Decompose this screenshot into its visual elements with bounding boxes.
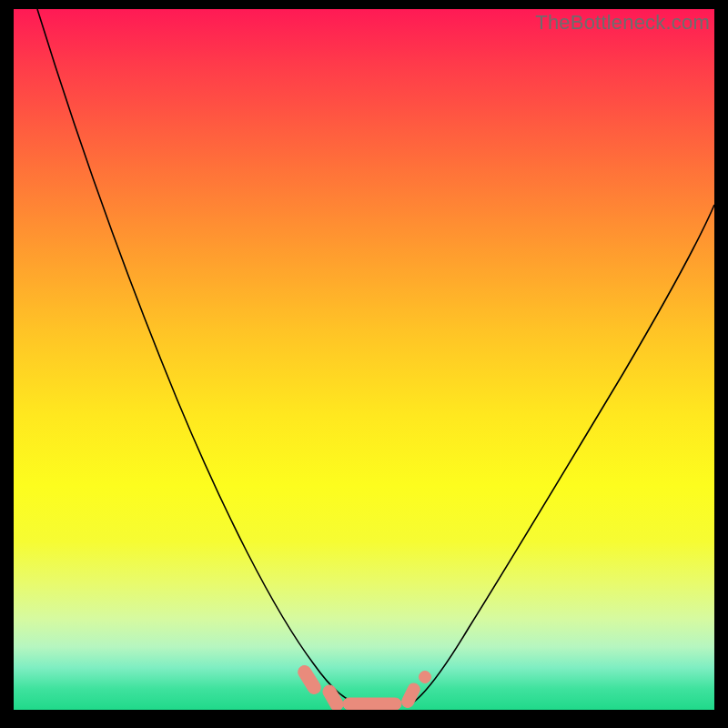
marker-dot bbox=[420, 672, 431, 683]
curve-layer bbox=[14, 9, 714, 710]
marker-blob bbox=[320, 683, 345, 710]
left-curve bbox=[37, 9, 359, 704]
watermark-text: TheBottleneck.com bbox=[535, 11, 710, 35]
chart-frame: TheBottleneck.com bbox=[0, 0, 728, 728]
right-curve bbox=[410, 205, 714, 704]
marker-blob bbox=[296, 663, 323, 696]
marker-blob bbox=[343, 698, 401, 710]
bottom-marker-group bbox=[296, 663, 430, 710]
plot-area bbox=[14, 9, 714, 710]
marker-blob bbox=[399, 682, 421, 710]
